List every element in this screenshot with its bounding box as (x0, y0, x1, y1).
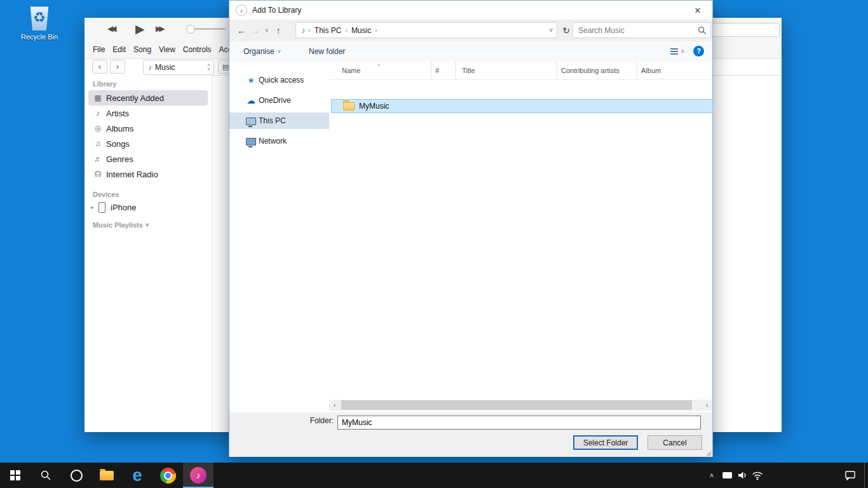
touch-keyboard-button[interactable] (719, 463, 735, 488)
place-onedrive[interactable]: ☁ OneDrive (229, 92, 329, 109)
cortana-circle-icon (71, 470, 83, 482)
dialog-titlebar: ♪ Add To Library ✕ (229, 1, 712, 20)
rewind-button[interactable]: ◀◀ (107, 24, 114, 33)
music-playlists-header[interactable]: Music Playlists ˅ (93, 221, 212, 229)
command-bar: Organise ˅ New folder ˅ ? (229, 41, 712, 62)
system-tray: ˄ (704, 463, 765, 488)
horizontal-scrollbar: ‹ › (329, 400, 712, 410)
scroll-left-arrow[interactable]: ‹ (329, 400, 340, 410)
media-kind-value: Music (155, 63, 207, 72)
sidebar-item-iphone[interactable]: ▸ iPhone (85, 200, 212, 215)
column-title[interactable]: Title (456, 62, 557, 79)
network-button[interactable] (750, 463, 765, 488)
file-list[interactable]: MyMusic (329, 79, 712, 402)
address-dropdown-chevron-icon[interactable]: ˅ (549, 27, 553, 34)
search-input[interactable] (573, 25, 698, 36)
menu-file[interactable]: File (93, 45, 105, 54)
refresh-button[interactable]: ↻ (559, 22, 574, 38)
this-pc-monitor-icon (245, 116, 257, 125)
sidebar-item-genres[interactable]: ♬ Genres (88, 151, 208, 166)
chevron-down-icon: ˅ (681, 48, 684, 55)
view-mode-button[interactable]: ˅ (670, 48, 684, 55)
places-pane: ★ Quick access ☁ OneDrive This PC Networ… (229, 72, 329, 153)
expand-chevron-icon[interactable]: ▸ (91, 204, 98, 210)
devices-header: Devices (93, 191, 212, 198)
folder-icon (343, 102, 355, 111)
address-bar[interactable]: ♪ › This PC › Music › ˅ (295, 22, 557, 38)
start-button[interactable] (0, 463, 31, 488)
dialog-close-button[interactable]: ✕ (683, 1, 712, 20)
sidebar-item-artists[interactable]: ♪ Artists (88, 105, 208, 121)
file-explorer-button[interactable] (92, 463, 122, 488)
library-header: Library (93, 80, 212, 88)
forward-button[interactable]: → (248, 25, 262, 36)
itunes-back-button[interactable]: ‹ (92, 60, 107, 74)
menu-controls[interactable]: Controls (183, 45, 212, 54)
file-row-mymusic[interactable]: MyMusic (331, 99, 713, 113)
show-desktop-button[interactable] (864, 463, 868, 488)
chevron-up-icon: ˄ (710, 471, 714, 479)
menu-view[interactable]: View (159, 45, 175, 54)
menu-song[interactable]: Song (133, 45, 151, 54)
search-icon (40, 470, 51, 481)
place-quick-access[interactable]: ★ Quick access (229, 72, 329, 88)
scrollbar-thumb[interactable] (341, 400, 692, 410)
sidebar-item-recently-added[interactable]: ▦ Recently Added (88, 90, 208, 105)
sidebar-item-songs[interactable]: ♫ Songs (88, 136, 208, 151)
file-explorer-icon (100, 471, 114, 480)
list-column-headers: Name # Title Contributing artists Album (329, 62, 712, 80)
albums-icon: ◎ (92, 124, 104, 133)
column-contributing-artists[interactable]: Contributing artists (557, 62, 637, 79)
column-album[interactable]: Album (637, 62, 712, 79)
cortana-button[interactable] (61, 463, 92, 488)
windows-logo-icon (10, 470, 20, 480)
resize-grip[interactable]: ◢ (706, 449, 711, 456)
search-icon[interactable] (698, 26, 707, 35)
recycle-bin-icon: ♻ (29, 5, 50, 30)
itunes-app-icon: ♪ (236, 4, 247, 16)
scrollbar-track[interactable] (340, 400, 702, 410)
internet-radio-icon: ☊ (92, 170, 104, 179)
artists-icon: ♪ (92, 109, 104, 118)
taskbar-search-button[interactable] (31, 463, 61, 488)
select-folder-button[interactable]: Select Folder (573, 435, 638, 450)
volume-button[interactable] (735, 463, 750, 488)
search-box (573, 22, 711, 38)
recycle-glyph-icon: ♻ (33, 11, 46, 25)
play-button[interactable]: ▶ (135, 22, 145, 36)
action-center-button[interactable] (837, 463, 863, 488)
help-button[interactable]: ? (693, 46, 704, 57)
recycle-bin[interactable]: ♻ Recycle Bin (19, 5, 60, 41)
fast-forward-button[interactable]: ▶▶ (156, 24, 162, 33)
column-number[interactable]: # (431, 62, 456, 79)
taskbar-app-buttons: e ♪ (0, 463, 214, 488)
volume-knob[interactable] (186, 25, 195, 34)
chrome-button[interactable] (153, 463, 183, 488)
menu-edit[interactable]: Edit (112, 45, 126, 54)
folder-name-input[interactable] (337, 416, 701, 430)
media-kind-selector[interactable]: ♪ Music ˄˅ (143, 60, 214, 75)
breadcrumb-music[interactable]: Music (349, 26, 373, 35)
up-button[interactable]: ↑ (271, 25, 285, 36)
edge-button[interactable]: e (122, 463, 153, 488)
sidebar-item-internet-radio[interactable]: ☊ Internet Radio (88, 166, 208, 182)
itunes-sidebar: Library ▦ Recently Added ♪ Artists ◎ Alb… (85, 75, 212, 432)
hidden-icons-chevron[interactable]: ˄ (704, 463, 719, 488)
place-this-pc[interactable]: This PC (229, 112, 329, 129)
itunes-search-field[interactable] (702, 23, 780, 37)
breadcrumb-this-pc[interactable]: This PC (313, 26, 344, 35)
recent-locations-chevron-icon[interactable]: ˅ (262, 27, 271, 34)
scroll-right-arrow[interactable]: › (702, 400, 712, 410)
chevron-down-icon: ˅ (278, 48, 281, 55)
cancel-button[interactable]: Cancel (648, 435, 702, 450)
new-folder-button[interactable]: New folder (309, 47, 345, 56)
back-button[interactable]: ← (234, 25, 248, 36)
itunes-taskbar-button[interactable]: ♪ (183, 463, 214, 488)
music-note-icon: ♪ (148, 63, 152, 72)
itunes-forward-button[interactable]: › (110, 60, 125, 74)
place-network[interactable]: Network (229, 133, 329, 149)
organise-button[interactable]: Organise ˅ (243, 47, 281, 56)
selector-spinner-icon[interactable]: ˄˅ (207, 64, 210, 71)
sidebar-item-albums[interactable]: ◎ Albums (88, 121, 208, 136)
sort-ascending-icon: ˄ (377, 62, 381, 68)
